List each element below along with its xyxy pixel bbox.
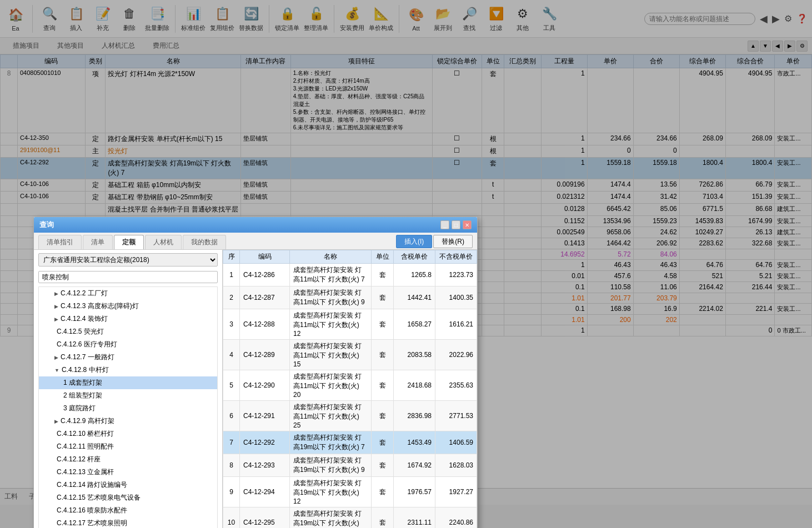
modal-search-row	[34, 270, 222, 286]
tree-item[interactable]: 2 组装型灯架	[39, 389, 217, 402]
result-unit: 套	[372, 309, 394, 340]
result-seq: 5	[223, 370, 240, 401]
tree-item[interactable]: C.4.12.13 立金属杆	[39, 466, 217, 479]
modal-result-table: 序 编码 名称 单位 含税单价 不含税单价 1 C4-12-286 成套型高杆灯…	[223, 250, 477, 505]
modal-body: 广东省通用安装工程综合定额(2018) ▶C.4.12.2 工厂灯▶C.4.12…	[34, 250, 477, 505]
result-seq: 2	[223, 286, 240, 309]
result-notax-price: 2355.63	[435, 370, 477, 401]
result-row[interactable]: 6 C4-12-291 成套型高杆灯架安装 灯高11m以下 灯火数(火) 25 …	[223, 401, 477, 431]
result-seq: 1	[223, 264, 240, 286]
result-code: C4-12-294	[240, 477, 290, 505]
result-code: C4-12-286	[240, 264, 290, 286]
result-tax-price: 1976.57	[394, 477, 435, 505]
result-tax-price: 1442.41	[394, 286, 435, 309]
result-row[interactable]: 3 C4-12-288 成套型高杆灯架安装 灯高11m以下 灯火数(火) 12 …	[223, 309, 477, 340]
result-tax-price: 1658.27	[394, 309, 435, 340]
result-notax-price: 2022.96	[435, 340, 477, 370]
tree-item[interactable]: 1 成套型灯架	[39, 376, 217, 389]
modal-tab-qd-guide[interactable]: 清单指引	[38, 235, 82, 249]
result-col-notax-price: 不含税单价	[435, 250, 477, 264]
modal-close-btn[interactable]: ✕	[463, 220, 472, 229]
result-notax-price: 1406.59	[435, 431, 477, 454]
result-row[interactable]: 9 C4-12-294 成套型高杆灯架安装 灯高19m以下 灯火数(火) 12 …	[223, 477, 477, 505]
modal-db-select[interactable]: 广东省通用安装工程综合定额(2018)	[38, 253, 218, 266]
tree-item[interactable]: ▶C.4.12.3 高度标志(障碍)灯	[39, 300, 217, 313]
modal-tab-rcj[interactable]: 人材机	[145, 235, 182, 249]
result-code: C4-12-290	[240, 370, 290, 401]
tree-item[interactable]: 3 庭院路灯	[39, 402, 217, 415]
result-name: 成套型高杆灯架安装 灯高19m以下 灯火数(火) 12	[290, 477, 372, 505]
modal-minimize-btn[interactable]: _	[440, 220, 449, 229]
tree-item[interactable]: ▼C.4.12.8 中杆灯	[39, 364, 217, 376]
modal-replace-btn[interactable]: 替换(R)	[433, 235, 473, 248]
result-code: C4-12-291	[240, 401, 290, 431]
tree-item[interactable]: C.4.12.5 荧光灯	[39, 325, 217, 338]
modal-overlay: 查询 _ □ ✕ 清单指引 清单 定额 人材机 我的数据 插入(I) 替换(R)	[0, 0, 812, 505]
result-unit: 套	[372, 340, 394, 370]
result-seq: 7	[223, 431, 240, 454]
modal-tab-dinge[interactable]: 定额	[114, 235, 144, 249]
result-name: 成套型高杆灯架安装 灯高19m以下 灯火数(火) 7	[290, 431, 372, 454]
result-tax-price: 2083.58	[394, 340, 435, 370]
result-notax-price: 1616.21	[435, 309, 477, 340]
modal-right-panel: 序 编码 名称 单位 含税单价 不含税单价 1 C4-12-286 成套型高杆灯…	[223, 250, 477, 505]
result-name: 成套型高杆灯架安装 灯高11m以下 灯火数(火) 25	[290, 401, 372, 431]
result-notax-price: 1400.35	[435, 286, 477, 309]
modal-title-bar: 查询 _ □ ✕	[34, 217, 477, 233]
result-notax-price: 1927.27	[435, 477, 477, 505]
result-tax-price: 1674.92	[394, 454, 435, 477]
result-code: C4-12-292	[240, 431, 290, 454]
result-name: 成套型高杆灯架安装 灯高11m以下 灯火数(火) 7	[290, 264, 372, 286]
result-tax-price: 1265.8	[394, 264, 435, 286]
result-unit: 套	[372, 431, 394, 454]
tree-item[interactable]: ▶C.4.12.9 高杆灯架	[39, 415, 217, 428]
result-unit: 套	[372, 264, 394, 286]
tree-item[interactable]: C.4.12.14 路灯设施编号	[39, 479, 217, 491]
result-code: C4-12-289	[240, 340, 290, 370]
modal-title: 查询	[39, 220, 54, 230]
result-name: 成套型高杆灯架安装 灯高11m以下 灯火数(火) 15	[290, 340, 372, 370]
tree-item[interactable]: C.4.12.6 医疗专用灯	[39, 338, 217, 351]
modal-search-input[interactable]	[38, 271, 218, 283]
tree-item[interactable]: ▶C.4.12.4 装饰灯	[39, 313, 217, 325]
result-name: 成套型高杆灯架安装 灯高11m以下 灯火数(火) 9	[290, 286, 372, 309]
result-row[interactable]: 8 C4-12-293 成套型高杆灯架安装 灯高19m以下 灯火数(火) 9 套…	[223, 454, 477, 477]
result-row[interactable]: 5 C4-12-290 成套型高杆灯架安装 灯高11m以下 灯火数(火) 20 …	[223, 370, 477, 401]
result-code: C4-12-288	[240, 309, 290, 340]
result-name: 成套型高杆灯架安装 灯高11m以下 灯火数(火) 20	[290, 370, 372, 401]
modal-insert-btn[interactable]: 插入(I)	[396, 235, 432, 248]
tree-item[interactable]: C.4.12.16 喷泉防水配件	[39, 504, 217, 505]
result-row[interactable]: 4 C4-12-289 成套型高杆灯架安装 灯高11m以下 灯火数(火) 15 …	[223, 340, 477, 370]
result-unit: 套	[372, 286, 394, 309]
result-seq: 4	[223, 340, 240, 370]
modal-tab-qd[interactable]: 清单	[83, 235, 113, 249]
tree-item[interactable]: C.4.12.15 艺术喷泉电气设备	[39, 491, 217, 504]
result-seq: 8	[223, 454, 240, 477]
result-col-name: 名称	[290, 250, 372, 264]
result-tax-price: 1453.49	[394, 431, 435, 454]
result-name: 成套型高杆灯架安装 灯高11m以下 灯火数(火) 12	[290, 309, 372, 340]
modal-tabs: 清单指引 清单 定额 人材机 我的数据 插入(I) 替换(R)	[34, 233, 477, 250]
tree-item[interactable]: C.4.12.12 杆座	[39, 453, 217, 466]
result-code: C4-12-293	[240, 454, 290, 477]
result-row[interactable]: 1 C4-12-286 成套型高杆灯架安装 灯高11m以下 灯火数(火) 7 套…	[223, 264, 477, 286]
result-name: 成套型高杆灯架安装 灯高19m以下 灯火数(火) 9	[290, 454, 372, 477]
result-unit: 套	[372, 454, 394, 477]
modal-tab-mydata[interactable]: 我的数据	[183, 235, 226, 249]
result-notax-price: 1628.03	[435, 454, 477, 477]
result-seq: 9	[223, 477, 240, 505]
modal-window-controls: _ □ ✕	[440, 220, 472, 229]
result-code: C4-12-287	[240, 286, 290, 309]
tree-item[interactable]: ▶C.4.12.7 一般路灯	[39, 351, 217, 364]
tree-item[interactable]: C.4.12.10 桥栏杆灯	[39, 428, 217, 440]
result-tax-price: 2418.68	[394, 370, 435, 401]
result-seq: 6	[223, 401, 240, 431]
tree-item[interactable]: ▶C.4.12.2 工厂灯	[39, 287, 217, 300]
result-row[interactable]: 2 C4-12-287 成套型高杆灯架安装 灯高11m以下 灯火数(火) 9 套…	[223, 286, 477, 309]
tree-item[interactable]: C.4.12.11 照明配件	[39, 440, 217, 453]
result-col-code: 编码	[240, 250, 290, 264]
result-row[interactable]: 7 C4-12-292 成套型高杆灯架安装 灯高19m以下 灯火数(火) 7 套…	[223, 431, 477, 454]
result-unit: 套	[372, 401, 394, 431]
modal-maximize-btn[interactable]: □	[452, 220, 460, 229]
modal-db-select-row: 广东省通用安装工程综合定额(2018)	[34, 250, 222, 270]
